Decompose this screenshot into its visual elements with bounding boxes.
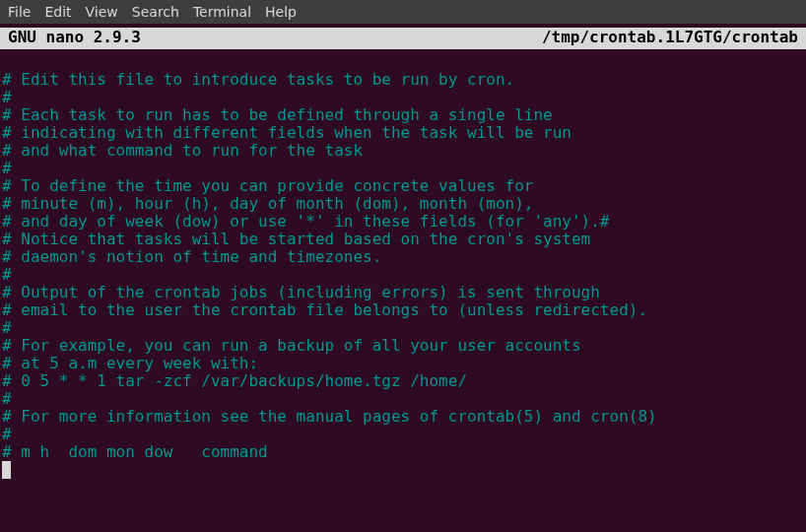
editor-line: # Each task to run has to be defined thr… <box>2 106 804 124</box>
editor-line: # <box>2 319 804 337</box>
editor-line: # Edit this file to introduce tasks to b… <box>2 71 804 89</box>
editor-line: # at 5 a.m every week with: <box>2 355 804 372</box>
editor-line <box>2 53 804 71</box>
editor-line: # minute (m), hour (h), day of month (do… <box>2 195 804 213</box>
editor-line: # and what command to run for the task <box>2 142 804 160</box>
menu-file[interactable]: File <box>8 4 31 20</box>
cursor-line <box>2 461 804 479</box>
editor-line: # Output of the crontab jobs (including … <box>2 284 804 301</box>
menu-search[interactable]: Search <box>132 4 179 20</box>
cursor <box>2 461 11 479</box>
editor-line: # and day of week (dow) or use '*' in th… <box>2 213 804 231</box>
editor-line: # For more information see the manual pa… <box>2 408 804 426</box>
editor-line: # daemon's notion of time and timezones. <box>2 248 804 266</box>
editor-line: # <box>2 426 804 443</box>
editor-line: # <box>2 89 804 106</box>
editor-line: # m h dom mon dow command <box>2 443 804 461</box>
editor-line: # indicating with different fields when … <box>2 124 804 142</box>
nano-title-bar: GNU nano 2.9.3 /tmp/crontab.1L7GTG/cront… <box>0 28 806 49</box>
nano-filepath: /tmp/crontab.1L7GTG/crontab <box>542 28 798 46</box>
nano-app-version: GNU nano 2.9.3 <box>8 28 141 49</box>
editor-line: # For example, you can run a backup of a… <box>2 337 804 355</box>
editor-line: # email to the user the crontab file bel… <box>2 301 804 319</box>
menu-bar: File Edit View Search Terminal Help <box>0 0 806 24</box>
editor-area[interactable]: # Edit this file to introduce tasks to b… <box>0 49 806 483</box>
menu-view[interactable]: View <box>86 4 118 20</box>
editor-line: # <box>2 160 804 177</box>
editor-line: # <box>2 390 804 408</box>
editor-line: # <box>2 266 804 284</box>
menu-help[interactable]: Help <box>265 4 297 20</box>
menu-edit[interactable]: Edit <box>44 4 71 20</box>
editor-line: # 0 5 * * 1 tar -zcf /var/backups/home.t… <box>2 372 804 390</box>
menu-terminal[interactable]: Terminal <box>193 4 251 20</box>
editor-line: # To define the time you can provide con… <box>2 177 804 195</box>
editor-line: # Notice that tasks will be started base… <box>2 231 804 248</box>
